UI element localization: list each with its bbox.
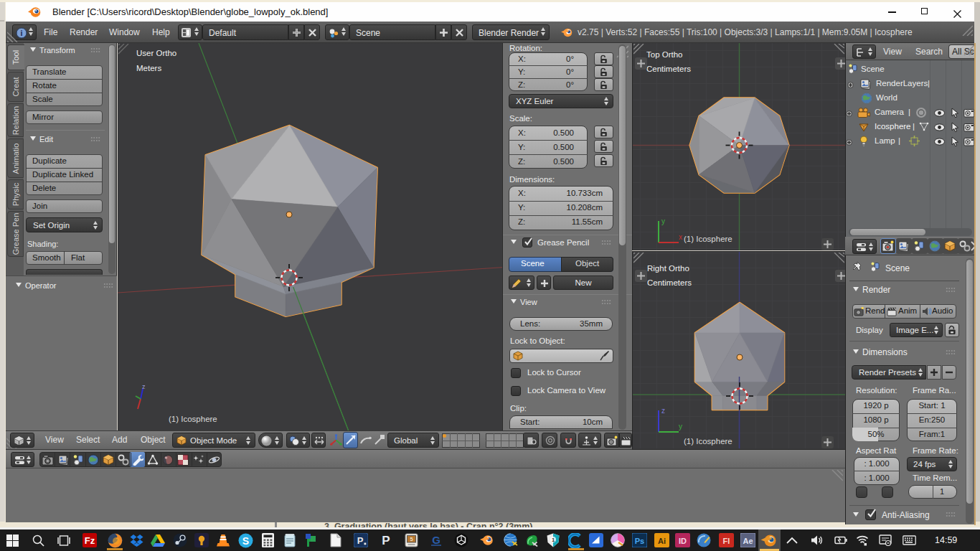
svg-text:z: z <box>142 383 146 390</box>
svg-text:Ae: Ae <box>743 537 753 545</box>
svg-text:P: P <box>382 534 390 547</box>
svg-text:ID: ID <box>679 537 687 545</box>
svg-text:i: i <box>20 29 22 37</box>
svg-text:Fz: Fz <box>85 535 95 546</box>
svg-text:5: 5 <box>410 536 413 542</box>
svg-text:P: P <box>357 535 364 546</box>
svg-text:x: x <box>679 233 682 241</box>
svg-text:S: S <box>242 535 249 547</box>
svg-text:1: 1 <box>552 537 555 543</box>
svg-text:Fl: Fl <box>723 537 730 545</box>
svg-text:z: z <box>661 407 665 415</box>
svg-text:y: y <box>679 423 682 430</box>
svg-text:Ai: Ai <box>658 537 666 545</box>
svg-text:y: y <box>661 217 665 225</box>
svg-text:Ps: Ps <box>635 537 644 545</box>
svg-text:G: G <box>432 534 440 546</box>
